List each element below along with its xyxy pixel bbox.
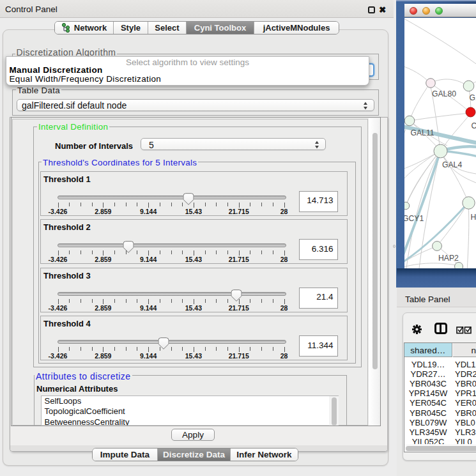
svg-text:GAL4: GAL4 [442, 160, 462, 169]
svg-text:GAL11: GAL11 [411, 128, 434, 137]
svg-text:HAP2: HAP2 [438, 254, 459, 263]
svg-text:C: C [472, 121, 476, 130]
svg-text:GCY1: GCY1 [404, 214, 424, 223]
svg-text:G.: G. [470, 93, 476, 102]
svg-text:GAL80: GAL80 [432, 89, 456, 98]
svg-text:H: H [471, 213, 476, 222]
